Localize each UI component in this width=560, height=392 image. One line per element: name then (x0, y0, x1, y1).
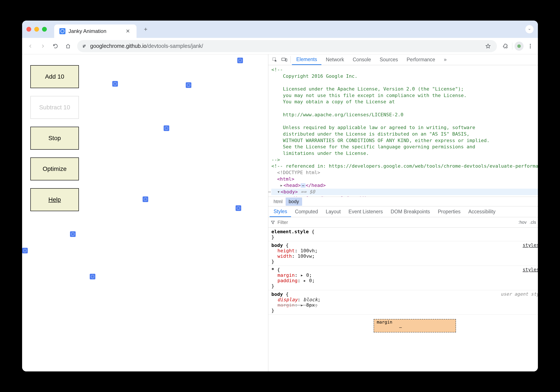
source-link[interactable]: styles.css:20 (523, 243, 538, 248)
hov-toggle[interactable]: :hov (518, 220, 527, 225)
styles-subtab-accessibility[interactable]: Accessibility (464, 206, 499, 217)
tabs-dropdown-button[interactable] (525, 25, 534, 33)
subtract-button[interactable]: Subtract 10 (30, 96, 79, 119)
styles-subtab-layout[interactable]: Layout (322, 206, 345, 217)
mover-icon (164, 125, 169, 131)
selected-node-marker: == $0 (298, 189, 315, 195)
styles-filter-input[interactable] (277, 220, 337, 225)
body-node[interactable]: <body> (281, 189, 298, 195)
tab-close-button[interactable]: ✕ (124, 28, 131, 34)
stop-button[interactable]: Stop (30, 127, 79, 150)
toolbar: googlechrome.github.io/devtools-samples/… (22, 38, 538, 54)
back-button[interactable] (25, 41, 36, 51)
svg-point-3 (530, 44, 531, 45)
head-node[interactable]: <head> (283, 183, 300, 188)
optimize-button[interactable]: Optimize (30, 157, 79, 180)
reload-button[interactable] (50, 41, 61, 51)
browser-window: Janky Animation ✕ + googlechrome.github. (22, 20, 538, 372)
expand-caret-icon[interactable]: ▸ (280, 182, 283, 189)
profile-button[interactable] (514, 42, 524, 51)
devtools-settings-icon[interactable] (537, 56, 538, 64)
devtools-tab-console[interactable]: Console (348, 54, 375, 65)
svg-point-0 (85, 45, 85, 46)
svg-point-5 (530, 47, 531, 48)
add-button[interactable]: Add 10 (30, 65, 79, 88)
controls-node[interactable]: <div class="controls">⋯</div> (289, 196, 372, 197)
more-tabs-button[interactable]: » (440, 54, 451, 65)
mover-icon (236, 205, 241, 211)
filter-icon (270, 220, 275, 225)
license-comment: <!-- Copyright 2016 Google Inc. Licensed… (271, 67, 490, 162)
svg-point-2 (517, 44, 521, 48)
address-bar[interactable]: googlechrome.github.io/devtools-samples/… (77, 40, 497, 52)
css-rule[interactable]: element.style {} (268, 228, 538, 241)
styles-subtab-properties[interactable]: Properties (434, 206, 464, 217)
collapsed-ellipsis[interactable]: ⋯ (300, 183, 306, 188)
reference-comment: <!-- referenced in: https://developers.g… (271, 163, 538, 169)
page-viewport: Add 10 Subtract 10 Stop Optimize Help (22, 54, 268, 372)
device-toggle-icon[interactable] (280, 54, 289, 65)
maximize-window-button[interactable] (42, 27, 47, 32)
styles-subtab-computed[interactable]: Computed (291, 206, 322, 217)
toolbar-divider (512, 43, 512, 49)
content-area: Add 10 Subtract 10 Stop Optimize Help El… (22, 54, 538, 372)
devtools-panel: ElementsNetworkConsoleSourcesPerformance… (268, 54, 538, 372)
mover-icon (112, 81, 118, 87)
css-declaration[interactable]: padding: ▸ 0; (271, 278, 538, 283)
css-declaration[interactable]: height: 100vh; (271, 248, 538, 253)
css-rule[interactable]: styles.css:20body {height: 100vh;width: … (268, 241, 538, 266)
css-rule[interactable]: user agent stylesheetbody {display: bloc… (268, 290, 538, 315)
css-declaration[interactable]: display: block; (271, 297, 538, 302)
css-rule[interactable]: styles.css:15* {margin: ▸ 0;padding: ▸ 0… (268, 266, 538, 290)
mover-icon (22, 248, 28, 253)
mover-icon (143, 196, 148, 202)
styles-subtabs: StylesComputedLayoutEvent ListenersDOM B… (268, 206, 538, 217)
css-declaration[interactable]: margin: ▸ 8px; (271, 302, 538, 308)
mover-icon (237, 58, 243, 63)
elements-tree[interactable]: <!-- Copyright 2016 Google Inc. Licensed… (268, 65, 538, 197)
css-declaration[interactable]: width: 100vw; (271, 253, 538, 259)
breadcrumb-html[interactable]: html (270, 197, 286, 206)
devtools-tab-sources[interactable]: Sources (375, 54, 402, 65)
extensions-button[interactable] (501, 42, 510, 51)
cls-toggle[interactable]: .cls (530, 220, 536, 225)
help-button[interactable]: Help (30, 188, 79, 211)
titlebar: Janky Animation ✕ + (22, 20, 538, 38)
devtools-tab-performance[interactable]: Performance (402, 54, 440, 65)
forward-button[interactable] (38, 41, 48, 51)
mover-icon (186, 82, 191, 88)
devtools-tab-elements[interactable]: Elements (292, 54, 321, 65)
mover-icon (90, 274, 95, 279)
bookmark-button[interactable] (483, 42, 493, 51)
styles-subtab-dom-breakpoints[interactable]: DOM Breakpoints (387, 206, 434, 217)
css-declaration[interactable]: margin: ▸ 0; (271, 273, 538, 278)
inspect-element-icon[interactable] (270, 54, 280, 65)
source-link[interactable]: styles.css:15 (523, 267, 538, 272)
tab-title: Janky Animation (69, 28, 121, 34)
dom-breadcrumb: html body (268, 197, 538, 206)
close-window-button[interactable] (26, 27, 31, 32)
svg-rect-8 (286, 59, 287, 61)
styles-subtab-event-listeners[interactable]: Event Listeners (345, 206, 387, 217)
tab-favicon (59, 28, 65, 34)
url-text: googlechrome.github.io/devtools-samples/… (90, 43, 203, 49)
styles-filter-bar: :hov .cls + (268, 217, 538, 228)
styles-rules[interactable]: element.style {}styles.css:20body {heigh… (268, 228, 538, 372)
breadcrumb-body[interactable]: body (286, 197, 302, 206)
minimize-window-button[interactable] (34, 27, 39, 32)
devtools-tabbar: ElementsNetworkConsoleSourcesPerformance… (268, 54, 538, 65)
home-button[interactable] (63, 41, 73, 51)
styles-subtab-styles[interactable]: Styles (270, 206, 291, 217)
browser-tab[interactable]: Janky Animation ✕ (54, 24, 137, 38)
user-agent-label: user agent stylesheet (501, 292, 538, 297)
html-node[interactable]: <html> (277, 176, 294, 182)
expand-caret-icon[interactable]: ▾ (277, 189, 281, 195)
site-settings-button[interactable] (81, 44, 87, 49)
new-tab-button[interactable]: + (140, 26, 152, 33)
box-model: margin– (271, 316, 538, 333)
chrome-menu-button[interactable] (526, 42, 535, 51)
doctype-node[interactable]: <!DOCTYPE html> (277, 170, 320, 175)
devtools-tab-network[interactable]: Network (321, 54, 348, 65)
mover-icon (70, 231, 76, 237)
window-controls (26, 27, 47, 32)
